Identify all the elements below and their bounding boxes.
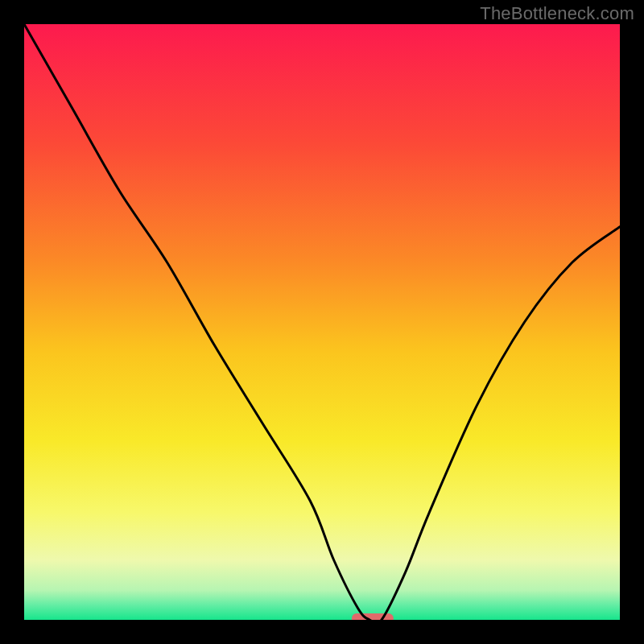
optimal-range-marker	[352, 613, 394, 620]
chart-svg	[24, 24, 620, 620]
watermark-text: TheBottleneck.com	[480, 3, 634, 24]
plot-area	[24, 24, 620, 620]
chart-frame: TheBottleneck.com	[0, 0, 644, 644]
